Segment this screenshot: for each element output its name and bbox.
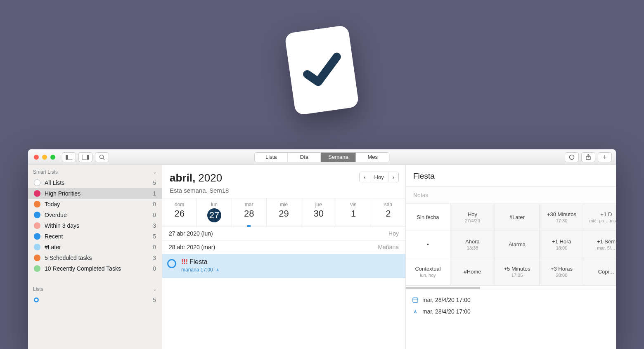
quick-date-chip[interactable]: Copi… — [584, 258, 616, 285]
day-marker — [247, 225, 251, 227]
date-lines: mar, 28/4/20 17:00mar, 28/4/20 17:00 — [406, 290, 616, 321]
day-name: jue — [301, 202, 336, 208]
sidebar-item[interactable]: Within 3 days3 — [28, 220, 162, 231]
chip-title: Ahora — [465, 238, 480, 245]
sidebar-item[interactable]: Today0 — [28, 199, 162, 210]
day-cell[interactable]: jue30 — [301, 198, 336, 226]
sidebar-item[interactable]: All Lists5 — [28, 177, 162, 188]
svg-rect-9 — [413, 298, 418, 302]
sidebar-item-count: 0 — [153, 201, 156, 208]
sidebar-item[interactable]: 5 Scheduled tasks3 — [28, 252, 162, 263]
share-button[interactable] — [581, 152, 595, 162]
chip-sub: 13:38 — [467, 245, 478, 250]
quick-date-grid: Sin fechaHoy27/4/20#Later+30 Minutos17:3… — [406, 204, 616, 286]
day-number: 28 — [232, 208, 266, 219]
task-checkbox[interactable] — [167, 259, 176, 268]
sidebar-item-label: All Lists — [45, 179, 64, 186]
quick-date-chip[interactable]: +30 Minutos17:30 — [540, 204, 584, 231]
day-cell[interactable]: sáb2 — [371, 198, 405, 226]
day-cell[interactable]: mié29 — [267, 198, 301, 226]
agenda: 27 abr 2020 (lun)Hoy28 abr 2020 (mar)Mañ… — [162, 227, 405, 349]
close-window[interactable] — [34, 155, 39, 160]
svg-rect-1 — [66, 155, 68, 160]
sidebar-item-count: 5 — [153, 179, 156, 186]
day-cell[interactable]: lun27 — [197, 198, 232, 226]
sidebar-section-lists[interactable]: Lists ⌄ — [28, 282, 162, 295]
share-icon — [586, 154, 591, 160]
section-label: Lists — [33, 286, 43, 292]
quick-date-chip[interactable]: +1 Hora18:00 — [540, 231, 584, 258]
chip-title: #Home — [464, 269, 481, 275]
quick-date-chip[interactable]: #Later — [495, 204, 540, 231]
sidebar-section-smartlists[interactable]: Smart Lists ⌄ — [28, 165, 162, 177]
sidebar-item[interactable]: High Priorities1 — [28, 188, 162, 199]
date-line[interactable]: mar, 28/4/20 17:00 — [412, 306, 609, 317]
chip-sub: mar, 5/… — [597, 245, 616, 250]
view-tab-mes[interactable]: Mes — [356, 153, 389, 162]
day-number: 26 — [162, 208, 197, 219]
task-subtitle: mañana 17:00 — [181, 267, 220, 273]
day-name: dom — [162, 202, 197, 208]
search-button[interactable] — [95, 152, 109, 162]
agenda-date-row[interactable]: 27 abr 2020 (lun)Hoy — [162, 227, 405, 241]
sidebar-item[interactable]: Recent5 — [28, 231, 162, 242]
chip-title: Copi… — [598, 269, 615, 275]
chip-title: • — [427, 241, 429, 248]
svg-line-5 — [103, 158, 105, 160]
add-button[interactable]: + — [598, 152, 612, 162]
fullscreen-window[interactable] — [50, 155, 55, 160]
sidebar-item-count: 3 — [153, 255, 156, 261]
notes-field[interactable]: Notas — [406, 187, 616, 204]
sidebar-item-label: Recent — [45, 233, 63, 240]
day-cell[interactable]: dom26 — [162, 198, 197, 226]
day-number: 2 — [371, 208, 405, 219]
quick-date-chip[interactable]: Ahora13:38 — [450, 231, 495, 258]
sync-button[interactable] — [565, 152, 579, 162]
sidebar-item[interactable]: #Later0 — [28, 242, 162, 252]
quick-date-chip[interactable]: +1 Dmié, pa… mañ… — [584, 204, 616, 231]
week-prev-button[interactable]: ‹ — [360, 172, 370, 182]
section-label: Smart Lists — [33, 169, 58, 175]
chip-title: +1 Sem — [597, 238, 616, 245]
sidebar-item[interactable]: 10 Recently Completed Tasks0 — [28, 263, 162, 274]
quick-date-chip[interactable]: Contextuallun, hoy — [406, 258, 450, 285]
overdue-icon — [34, 212, 40, 218]
quick-date-chip[interactable]: +5 Minutos17:05 — [495, 258, 540, 285]
date-line[interactable]: mar, 28/4/20 17:00 — [412, 294, 609, 306]
day-cell[interactable]: mar28 — [232, 198, 267, 226]
sidebar-list-item[interactable]: 5 — [28, 295, 162, 305]
chip-title: +30 Minutos — [547, 211, 576, 217]
chip-sub: lun, hoy — [420, 273, 436, 278]
chip-sub: 17:05 — [511, 273, 523, 278]
svg-point-4 — [100, 155, 104, 158]
quick-date-chip[interactable]: +3 Horas20:00 — [540, 258, 584, 285]
agenda-date-row[interactable]: 28 abr 2020 (mar)Mañana — [162, 241, 405, 254]
alarm-icon — [215, 268, 220, 272]
quick-date-chip[interactable]: Hoy27/4/20 — [450, 204, 495, 231]
minimize-window[interactable] — [42, 155, 47, 160]
quick-date-chip[interactable]: #Home — [450, 258, 495, 285]
quick-date-chip[interactable]: Sin fecha — [406, 204, 450, 231]
week-subtitle: Esta semana. Sem18 — [170, 187, 398, 194]
quick-date-chip[interactable]: +1 Semmar, 5/… — [584, 231, 616, 258]
detail-toggle-button[interactable] — [78, 152, 92, 162]
chip-title: Contextual — [415, 266, 440, 272]
sidebar-toggle-button[interactable] — [62, 152, 76, 162]
week-next-button[interactable]: › — [388, 172, 398, 182]
quick-date-chip[interactable]: Alarma — [495, 231, 540, 258]
task-row[interactable]: !!!Fiesta mañana 17:00 — [162, 254, 405, 278]
detail-title: Fiesta — [406, 165, 616, 187]
view-tab-día[interactable]: Día — [288, 153, 321, 162]
sidebar-item[interactable]: Overdue0 — [28, 210, 162, 220]
day-number: 30 — [301, 208, 336, 219]
week-day-grid: dom26lun27mar28mié29jue30vie1sáb2 — [162, 198, 405, 227]
chips-scrollbar[interactable] — [406, 286, 616, 290]
week-today-button[interactable]: Hoy — [370, 172, 388, 182]
chip-title: +5 Minutos — [504, 266, 530, 272]
within-icon — [34, 222, 40, 229]
quick-date-chip[interactable]: • — [406, 231, 450, 258]
chip-sub: 20:00 — [556, 273, 568, 278]
view-tab-lista[interactable]: Lista — [255, 153, 288, 162]
day-cell[interactable]: vie1 — [336, 198, 371, 226]
view-tab-semana[interactable]: Semana — [321, 153, 356, 162]
